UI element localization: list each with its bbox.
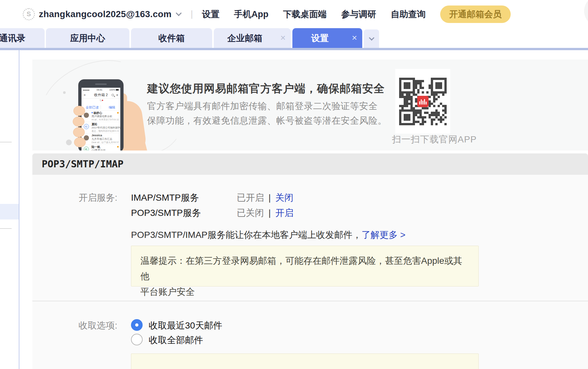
- phone-speaker: [95, 84, 107, 85]
- tab-enterprise-mail[interactable]: 企业邮箱 ×: [214, 28, 291, 48]
- radio-fetch-30-days[interactable]: [131, 319, 143, 331]
- close-icon[interactable]: ×: [280, 33, 286, 42]
- member-seal-icon: S: [23, 8, 35, 20]
- radio-fetch-30-days-label[interactable]: 收取最近30天邮件: [149, 319, 222, 332]
- service-status: 已关闭: [237, 208, 264, 218]
- chevron-down-icon: [369, 35, 374, 40]
- sidebar-item-active[interactable]: [0, 204, 19, 219]
- radio-fetch-all[interactable]: [131, 334, 143, 345]
- close-icon[interactable]: ×: [352, 33, 357, 42]
- phone-actions-row: 全部已读 编辑: [82, 105, 120, 110]
- mail-list-item: Jessica 九月市场工作汇总 Dear all，以下是九月市场工作汇总，具体…: [82, 133, 120, 144]
- section-title: POP3/SMTP/IMAP: [32, 153, 588, 175]
- mail-settings-page: S zhangkangcool2025@163.com | 设置 手机App 下…: [0, 0, 588, 369]
- tab-inbox[interactable]: 收件箱: [131, 28, 212, 48]
- tabbar: 通讯录 应用中心 收件箱 企业邮箱 × 设置 ×: [0, 28, 588, 48]
- imap-smtp-service-name: IMAP/SMTP服务: [131, 192, 199, 204]
- menu-icon: ≡: [84, 94, 86, 97]
- settings-sidebar: [0, 50, 19, 369]
- tip-line: 温馨提示：在第三方登录网易邮箱，可能存在邮件泄露风险，甚至危害Apple或其他: [140, 253, 469, 284]
- mail-list-item: 松 夏松 2017年代理公司福利谈判 老总，我司内部讨论后，决定参与年初的福… …: [82, 122, 120, 133]
- sidebar-separator: [0, 228, 12, 229]
- hand-illustration: [73, 106, 85, 116]
- service-description: POP3/SMTP/IMAP服务能让你在本地客户端上收发邮件，了解更多 >: [131, 229, 406, 241]
- signal-dots-icon: [83, 89, 90, 91]
- imap-smtp-service-state: 已开启|关闭: [237, 192, 293, 204]
- pop3-smtp-service-name: POP3/SMTP服务: [131, 207, 201, 219]
- chevron-down-icon[interactable]: [176, 10, 182, 16]
- plus-icon: +: [116, 93, 118, 97]
- flag-dot-icon: [117, 112, 119, 114]
- tab-contacts[interactable]: 通讯录: [0, 28, 45, 48]
- hand-illustration: [73, 127, 85, 137]
- tab-list-dropdown[interactable]: [364, 29, 379, 48]
- radio-fetch-all-label[interactable]: 收取全部邮件: [149, 334, 203, 346]
- main-content: 09:41 100% ≡ 收件箱 2 + ↻ 全部已读 编辑: [20, 50, 588, 369]
- decorative-dot: [63, 91, 66, 94]
- phone-status-bar: 09:41 100%: [82, 88, 120, 92]
- hand-illustration: [73, 117, 84, 127]
- tab-settings-active[interactable]: 设置 ×: [292, 28, 362, 48]
- qr-pattern: [399, 78, 447, 125]
- nav-survey[interactable]: 参与调研: [341, 8, 376, 20]
- nav-mobile-app[interactable]: 手机App: [234, 8, 268, 20]
- banner-title: 建议您使用网易邮箱官方客户端，确保邮箱安全: [147, 81, 385, 96]
- fetch-options-label: 收取选项:: [79, 319, 117, 332]
- search-icon: [112, 94, 114, 96]
- phone-screen: 09:41 100% ≡ 收件箱 2 + ↻ 全部已读 编辑: [82, 88, 120, 151]
- bottom-tip-box: [131, 353, 479, 369]
- tabbar-underline: [0, 48, 588, 50]
- banner-text-line: 官方客户端具有邮件加密传输、邮箱登录二次验证等安全: [147, 100, 378, 112]
- mail-list-item: 杨舒心 用户调查结果分析 Hi all，今天采访了5个目标用户代表产品… 09:…: [82, 110, 120, 122]
- topbar: S zhangkangcool2025@163.com | 设置 手机App 下…: [0, 0, 588, 28]
- tip-line: 平台账户安全: [140, 284, 469, 300]
- open-service-link[interactable]: 开启: [275, 208, 293, 218]
- nav-self-service[interactable]: 自助查询: [391, 8, 426, 20]
- mail-list-item: 帆 陆一帆 Q3季度总结 Dear all，附件中是Q3季度总结，请各部门… 9…: [82, 144, 120, 151]
- learn-more-link[interactable]: 了解更多 >: [362, 230, 406, 240]
- topbar-nav: 设置 手机App 下载桌面端 参与调研 自助查询: [202, 8, 440, 20]
- avatar: [84, 113, 89, 118]
- hand-illustration: [74, 137, 86, 147]
- tab-app-center[interactable]: 应用中心: [46, 28, 129, 48]
- flag-dot-icon: [117, 146, 119, 148]
- sidebar-separator: [0, 142, 12, 142]
- qr-code: [395, 69, 450, 134]
- topbar-divider: |: [191, 9, 193, 19]
- decorative-dot: [66, 140, 72, 145]
- banner-text-line: 保障功能，有效避免信息泄露、帐号被盗等潜在安全风险。: [147, 115, 387, 127]
- qr-caption: 扫一扫下载官网APP: [392, 133, 477, 146]
- service-status: 已开启: [237, 193, 264, 203]
- avatar: 松: [84, 124, 89, 129]
- security-tip-box: 温馨提示：在第三方登录网易邮箱，可能存在邮件泄露风险，甚至危害Apple或其他 …: [131, 246, 479, 286]
- nav-desktop-download[interactable]: 下载桌面端: [283, 8, 327, 20]
- phone-inbox-header: ≡ 收件箱 2 +: [82, 92, 120, 99]
- member-upgrade-button[interactable]: 开通邮箱会员: [440, 6, 511, 23]
- client-promo-banner: 09:41 100% ≡ 收件箱 2 + ↻ 全部已读 编辑: [32, 60, 588, 151]
- mail-master-logo-icon: [417, 96, 429, 107]
- section-divider: [32, 301, 588, 301]
- close-service-link[interactable]: 关闭: [275, 193, 293, 203]
- floating-help-button[interactable]: [584, 0, 588, 27]
- pop3-smtp-imap-section: 开启服务: IMAP/SMTP服务 已开启|关闭 POP3/SMTP服务 已关闭…: [32, 175, 588, 369]
- account-email[interactable]: zhangkangcool2025@163.com: [39, 9, 171, 19]
- battery-icon: [116, 89, 119, 91]
- service-label: 开启服务:: [79, 192, 117, 204]
- avatar: 帆: [84, 147, 89, 151]
- sync-indicator: ↻: [82, 99, 120, 105]
- nav-settings[interactable]: 设置: [202, 8, 219, 20]
- pop3-smtp-service-state: 已关闭|开启: [237, 207, 293, 219]
